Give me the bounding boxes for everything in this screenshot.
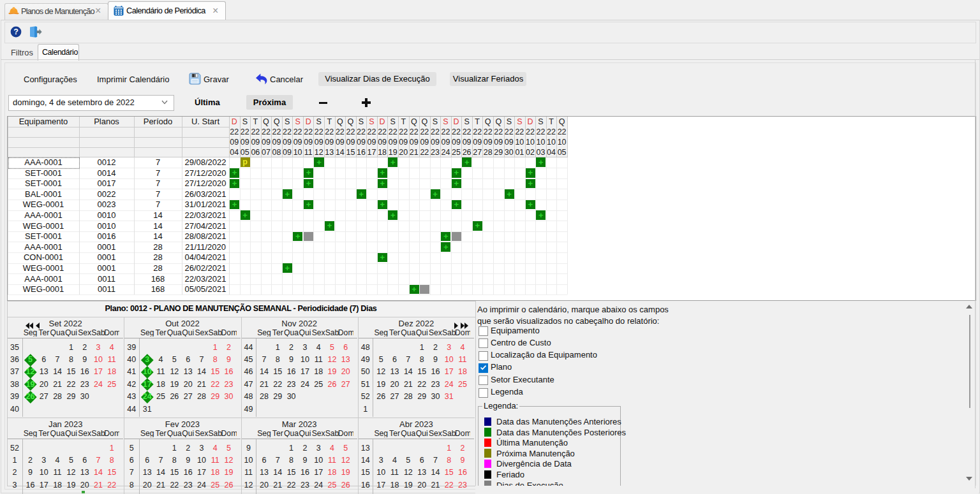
svg-text:?: ? — [13, 27, 19, 36]
